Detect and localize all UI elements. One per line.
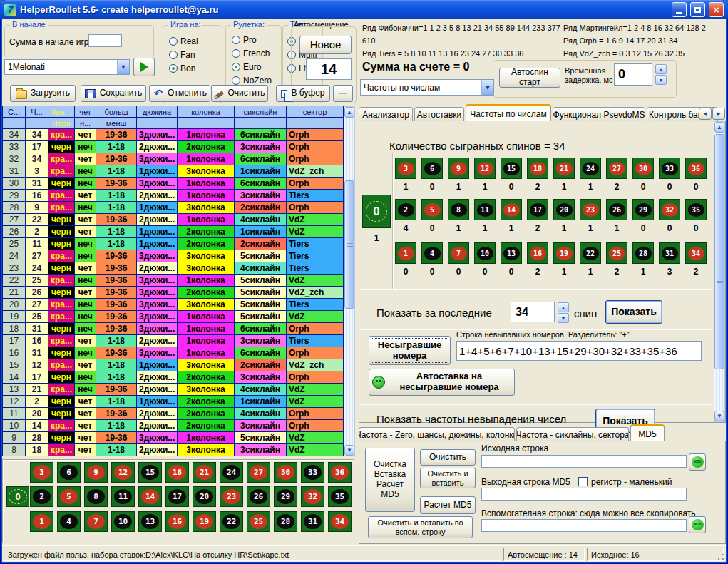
show-last-spinner[interactable]: ▲ ▼	[558, 302, 569, 323]
md5-big-button[interactable]: Очистка Вставка Расчет MD5	[365, 448, 415, 512]
roulette-cell[interactable]: 17	[165, 486, 189, 507]
scroll-down-icon[interactable]: ▼	[714, 411, 724, 421]
start-sum-input[interactable]	[88, 34, 122, 47]
minimize-button[interactable]	[672, 2, 687, 17]
table-row[interactable]: 928чернчет19-363дюжи...1колонка5сиклайнV…	[3, 432, 344, 444]
radio-fan[interactable]: Fan	[169, 48, 198, 61]
spin-up-icon[interactable]: ▲	[558, 302, 569, 312]
tab-scroll-left-icon[interactable]: ◄	[699, 108, 712, 120]
table-row[interactable]: 818кра...чет1-182дюжи...3колонка3сиклайн…	[3, 444, 344, 456]
table-row[interactable]: 2427кра...неч19-363дюжи...3колонка5сикла…	[3, 250, 344, 262]
radio-euro[interactable]: Euro	[232, 60, 272, 73]
roulette-cell[interactable]: 3	[30, 462, 53, 483]
new-button[interactable]: Новое	[299, 36, 352, 54]
roulette-cell[interactable]: 33	[301, 462, 324, 483]
table-row[interactable]: 122чернчет1-181дюжи...2колонка1сиклайнVd…	[3, 396, 344, 408]
md5-clear-paste-aux-button[interactable]: Очистить и вставить во вспом. строку	[368, 516, 473, 538]
tab-bottom-3[interactable]: MD5	[630, 424, 665, 441]
roulette-cell[interactable]: 1	[30, 511, 53, 532]
scroll-down-icon[interactable]: ▼	[344, 445, 354, 456]
table-row[interactable]: 1925кра...неч19-363дюжи...1колонка5сикла…	[3, 311, 344, 323]
tab-main-2[interactable]: Автоставки	[414, 107, 464, 121]
roulette-cell[interactable]: 9	[84, 462, 108, 483]
table-row[interactable]: 262чернчет1-181дюжи...2колонка1сиклайнVd…	[3, 226, 344, 238]
roulette-cell[interactable]: 32	[301, 486, 324, 507]
table-row[interactable]: 1831черннеч19-363дюжи...1колонка6сиклайн…	[3, 323, 344, 335]
radio-pro[interactable]: Pro	[232, 33, 272, 46]
md5-output-input[interactable]	[481, 488, 687, 501]
show-last-value[interactable]: 34	[511, 302, 555, 322]
tab-main-3[interactable]: Частоты по числам	[466, 104, 551, 121]
table-row[interactable]: 1417черннеч1-182дюжи...2колонка3сиклайнO…	[3, 371, 344, 384]
lowercase-checkbox[interactable]	[578, 477, 588, 486]
roulette-cell[interactable]: 10	[111, 511, 135, 532]
spin-down-icon[interactable]: ▼	[655, 75, 667, 85]
tab-main-1[interactable]: Анализатор	[359, 107, 413, 121]
md5-clear-button[interactable]: Очистить	[420, 449, 476, 466]
roulette-cell[interactable]: 30	[274, 462, 297, 483]
preset-combo[interactable]: 1Melonati ▼	[4, 59, 130, 75]
roulette-cell[interactable]: 14	[138, 486, 162, 507]
table-row[interactable]: 2916кра...чет1-182дюжи...1колонка3сиклай…	[3, 190, 344, 202]
table-row[interactable]: 2511черннеч1-181дюжи...2колонка2сиклайнT…	[3, 238, 344, 250]
load-button[interactable]: Загрузить	[10, 85, 76, 102]
spin-up-icon[interactable]: ▲	[655, 64, 667, 74]
delay-spinner[interactable]: ▲ ▼	[655, 64, 667, 85]
maximize-button[interactable]	[690, 2, 705, 17]
roulette-cell[interactable]: 13	[138, 511, 162, 532]
undo-button[interactable]: ↶Отменить	[149, 85, 210, 102]
run-preset-button[interactable]	[133, 58, 155, 76]
autobet-nonplayed-button[interactable]: Автоставка на несыгравшие номера	[369, 369, 515, 396]
roulette-cell[interactable]: 7	[84, 511, 108, 532]
roulette-cell[interactable]: 15	[138, 462, 162, 483]
scroll-up-icon[interactable]: ▲	[344, 107, 354, 118]
to-buffer-button[interactable]: В буфер	[276, 85, 330, 102]
roulette-cell[interactable]: 26	[247, 486, 270, 507]
roulette-cell[interactable]: 12	[111, 462, 135, 483]
roulette-cell[interactable]: 18	[165, 462, 189, 483]
roulette-cell[interactable]: 27	[247, 462, 270, 483]
md5-calc-button[interactable]: Расчет MD5	[420, 496, 476, 514]
roulette-cell[interactable]: 4	[57, 511, 81, 532]
roulette-cell[interactable]: 16	[165, 511, 189, 532]
roulette-cell[interactable]: 22	[220, 511, 243, 532]
table-row[interactable]: 313кра...неч1-181дюжи...3колонка1сиклайн…	[3, 165, 344, 178]
md5-source-input[interactable]	[481, 455, 687, 468]
md5-clear-paste-button[interactable]: Очистить и вставить	[420, 468, 476, 488]
table-row[interactable]: 3434кра...чет19-363дюжи...1колонка6сикла…	[3, 129, 344, 141]
roulette-cell[interactable]: 31	[301, 511, 324, 532]
table-row[interactable]: 1716кра...чет1-182дюжи...1колонка3сиклай…	[3, 335, 344, 347]
roulette-cell[interactable]: 5	[57, 486, 81, 507]
chevron-down-icon[interactable]: ▼	[481, 80, 493, 95]
scroll-up-icon[interactable]: ▲	[714, 122, 724, 133]
md5-aux-run-button[interactable]: MD5	[689, 516, 706, 533]
roulette-cell[interactable]: 29	[274, 486, 297, 507]
chevron-down-icon[interactable]: ▼	[117, 60, 129, 74]
title-bar[interactable]: 7 HelperRoullet 5.6- create helperroulle…	[0, 0, 728, 19]
table-row[interactable]: 2722чернчет19-362дюжи...1колонка4сиклайн…	[3, 214, 344, 226]
table-row[interactable]: 289кра...неч1-181дюжи...3колонка2сиклайн…	[3, 202, 344, 214]
save-button[interactable]: Сохранить	[81, 85, 146, 102]
table-row[interactable]: 2126чернчет19-363дюжи...2колонка5сиклайн…	[3, 287, 344, 299]
tab-bottom-2[interactable]: Частота - сиклайны, сектора	[516, 427, 629, 441]
minus-button[interactable]: —	[333, 85, 353, 102]
roulette-cell[interactable]: 24	[220, 462, 243, 483]
roulette-cell[interactable]: 8	[84, 486, 108, 507]
show-button[interactable]: Показать	[605, 300, 662, 324]
clear-button[interactable]: Очистить	[211, 85, 268, 102]
roulette-cell[interactable]: 20	[193, 486, 216, 507]
panel-scrollbar[interactable]: ▲ ▼	[714, 121, 725, 422]
roulette-cell[interactable]: 6	[57, 462, 81, 483]
table-row[interactable]: 1014кра...чет1-182дюжи...2колонка3сиклай…	[3, 420, 344, 432]
roulette-cell[interactable]: 36	[328, 462, 352, 483]
md5-run-button[interactable]: MD5	[689, 453, 706, 471]
tab-scroll-right-icon[interactable]: ►	[712, 108, 725, 120]
tab-main-4[interactable]: Функционал PsevdoMS	[553, 107, 645, 121]
nonplayed-input[interactable]	[456, 341, 702, 361]
tab-bottom-1[interactable]: Частота - Zero, шансы, дюжины, колонки	[359, 427, 515, 441]
table-row[interactable]: 1512кра...чет1-181дюжи...3колонка2сиклай…	[3, 359, 344, 371]
roulette-zero-cell[interactable]: 0	[6, 486, 29, 507]
roulette-cell[interactable]: 23	[220, 486, 243, 507]
roulette-cell[interactable]: 21	[193, 462, 216, 483]
scrollbar-thumb[interactable]	[714, 134, 724, 369]
